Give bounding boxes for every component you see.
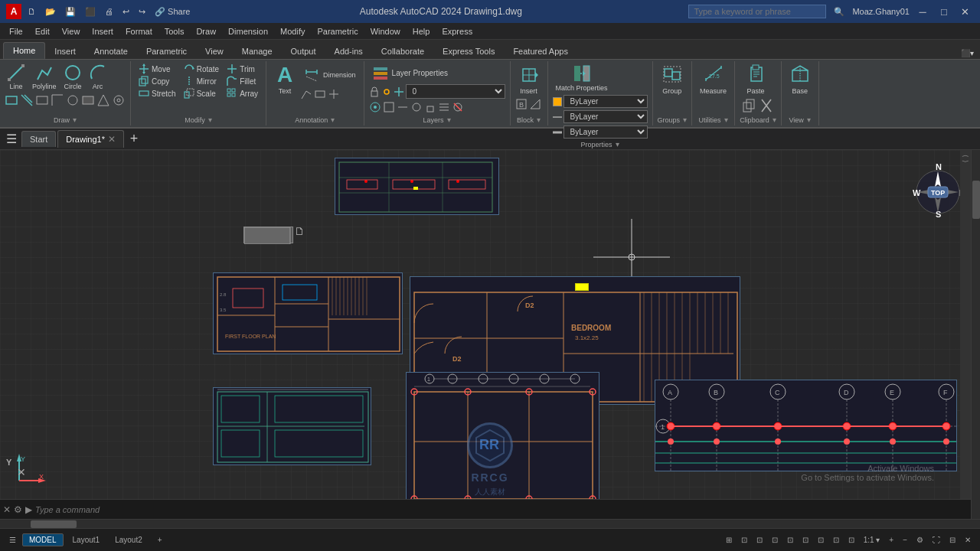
menu-draw[interactable]: Draw <box>190 25 222 37</box>
menu-edit[interactable]: Edit <box>29 25 56 37</box>
add-layout-button[interactable]: + <box>152 534 168 546</box>
menu-format[interactable]: Format <box>119 25 158 37</box>
ortho-button[interactable]: ⊡ <box>753 534 766 546</box>
close-viewport[interactable]: ✕ <box>962 534 974 546</box>
undo-button[interactable]: ↩ <box>119 5 132 18</box>
zoom-out[interactable]: − <box>900 534 910 546</box>
insert-button[interactable]: Insert <box>515 63 543 96</box>
redo-button[interactable]: ↪ <box>136 5 149 18</box>
tab-home[interactable]: Home <box>3 42 45 59</box>
print-button[interactable]: 🖨 <box>102 5 116 18</box>
view-expand[interactable]: ▾ <box>807 116 811 124</box>
saveas-button[interactable]: ⬛ <box>82 5 99 18</box>
dimension-button[interactable]: Dimension <box>300 63 359 87</box>
tab-view[interactable]: View <box>196 44 233 59</box>
match-properties-button[interactable]: Match Properties <box>553 63 611 93</box>
canvas-area[interactable]: N S E W TOP Y X <box>0 150 980 528</box>
lineweight-select[interactable]: ByLayer <box>564 126 648 139</box>
new-button[interactable]: 🗋 <box>24 5 39 18</box>
snap-button[interactable]: ⊡ <box>738 534 750 546</box>
osnap-button[interactable]: ⊡ <box>784 534 796 546</box>
tab-featuredapps[interactable]: Featured Apps <box>504 44 577 59</box>
utilities-expand[interactable]: ▾ <box>724 116 728 124</box>
menu-express[interactable]: Express <box>436 25 479 37</box>
otrack-button[interactable]: ⊡ <box>799 534 812 546</box>
scale-button[interactable]: Scale <box>181 87 222 99</box>
tab-insert[interactable]: Insert <box>45 44 85 59</box>
color-select[interactable]: ByLayer <box>564 95 648 108</box>
menu-parametric[interactable]: Parametric <box>311 25 364 37</box>
start-tab[interactable]: Start <box>21 131 56 147</box>
stretch-button[interactable]: Stretch <box>136 87 179 99</box>
menu-insert[interactable]: Insert <box>86 25 119 37</box>
menu-help[interactable]: Help <box>407 25 436 37</box>
polyline-button[interactable]: Polyline <box>29 63 60 92</box>
menu-dimension[interactable]: Dimension <box>222 25 274 37</box>
tab-manage[interactable]: Manage <box>233 44 282 59</box>
annotation-expand[interactable]: ▾ <box>331 116 335 124</box>
menu-file[interactable]: File <box>3 25 29 37</box>
linetype-select[interactable]: ByLayer <box>564 110 648 123</box>
model-button[interactable]: MODEL <box>22 533 64 546</box>
save-button[interactable]: 💾 <box>62 5 79 18</box>
tab-parametric[interactable]: Parametric <box>137 44 196 59</box>
fullscreen-button[interactable]: ⛶ <box>929 534 943 546</box>
fillet-button[interactable]: Fillet <box>224 75 261 87</box>
search-button[interactable]: 🔍 <box>831 5 848 18</box>
share-button[interactable]: 🔗 Share <box>152 5 193 18</box>
anno-scale[interactable]: 1:1 ▾ <box>861 534 884 546</box>
circle-button[interactable]: Circle <box>61 63 85 92</box>
add-tab-button[interactable]: + <box>126 131 142 148</box>
tab-annotate[interactable]: Annotate <box>85 44 137 59</box>
tab-addins[interactable]: Add-ins <box>325 44 372 59</box>
group-button[interactable]: Group <box>658 63 686 96</box>
cmd-settings-button[interactable]: ⚙ <box>14 504 22 515</box>
tab-output[interactable]: Output <box>282 44 325 59</box>
transparency-button[interactable]: ⊡ <box>830 534 842 546</box>
text-button[interactable]: A Text <box>271 63 299 96</box>
measure-button[interactable]: 27.5 Measure <box>697 63 730 96</box>
move-button[interactable]: Move <box>136 63 179 75</box>
layer-select[interactable]: 0 <box>406 84 505 99</box>
array-button[interactable]: Array <box>224 87 261 99</box>
vscroll-thumb[interactable] <box>972 181 980 219</box>
tab-expresstools[interactable]: Express Tools <box>433 44 504 59</box>
selection-button[interactable]: ⊡ <box>845 534 858 546</box>
drawing1-tab[interactable]: Drawing1* ✕ <box>57 130 124 148</box>
block-expand[interactable]: ▾ <box>537 116 541 124</box>
command-input[interactable] <box>35 505 968 514</box>
cmd-arrow-button[interactable]: ▶ <box>25 504 32 515</box>
mirror-button[interactable]: Mirror <box>181 75 222 87</box>
grid-button[interactable]: ⊞ <box>723 534 735 546</box>
hscroll-thumb[interactable] <box>31 520 77 528</box>
close-button[interactable]: ✕ <box>957 3 974 20</box>
horizontal-scrollbar[interactable] <box>0 519 980 528</box>
clipboard-expand[interactable]: ▾ <box>773 116 776 124</box>
menu-view[interactable]: View <box>56 25 87 37</box>
cmd-close-button[interactable]: ✕ <box>3 504 11 515</box>
tab-collaborate[interactable]: Collaborate <box>372 44 433 59</box>
menu-window[interactable]: Window <box>364 25 407 37</box>
open-button[interactable]: 📂 <box>42 5 59 18</box>
layout1-tab[interactable]: Layout1 <box>67 534 106 546</box>
arc-button[interactable]: Arc <box>87 63 109 92</box>
draw-expand[interactable]: ▾ <box>73 116 77 124</box>
modify-expand[interactable]: ▾ <box>208 116 212 124</box>
menu-modify[interactable]: Modify <box>274 25 311 37</box>
settings-button[interactable]: ⚙ <box>913 534 926 546</box>
polar-button[interactable]: ⊡ <box>769 534 781 546</box>
linewt-button[interactable]: ⊡ <box>815 534 827 546</box>
maximize-button[interactable]: □ <box>936 3 952 20</box>
minimize-button[interactable]: ─ <box>914 3 931 20</box>
vertical-scrollbar[interactable] <box>971 150 980 519</box>
layers-expand[interactable]: ▾ <box>447 116 451 124</box>
hamburger-status[interactable]: ☰ <box>6 534 19 546</box>
zoom-in[interactable]: + <box>886 534 897 546</box>
groups-expand[interactable]: ▾ <box>683 116 687 124</box>
trim-button[interactable]: Trim <box>224 63 261 75</box>
menu-tools[interactable]: Tools <box>158 25 191 37</box>
layer-properties-button[interactable]: Layer Properties <box>369 63 451 83</box>
hamburger-menu[interactable]: ☰ <box>3 131 20 148</box>
search-input[interactable] <box>688 5 826 18</box>
layout2-tab[interactable]: Layout2 <box>109 534 149 546</box>
